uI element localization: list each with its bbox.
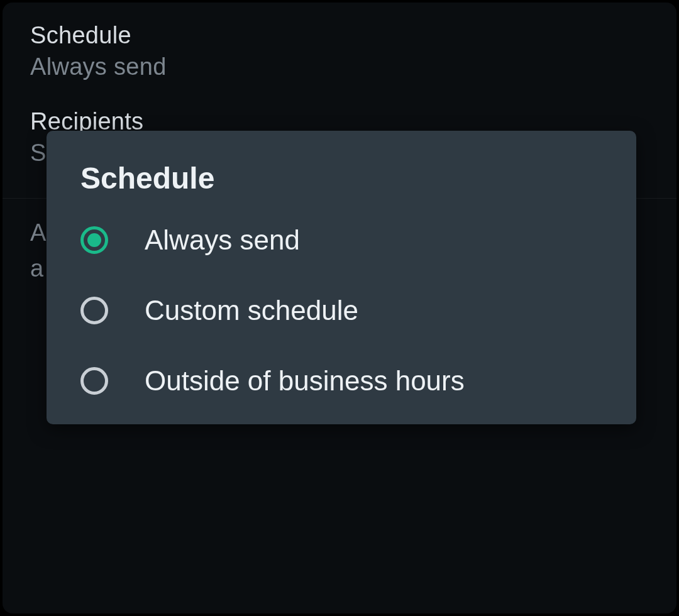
schedule-dialog: Schedule Always send Custom schedule Out… xyxy=(47,131,636,424)
schedule-value: Always send xyxy=(30,51,649,83)
dialog-title: Schedule xyxy=(80,161,602,195)
schedule-options: Always send Custom schedule Outside of b… xyxy=(80,224,602,397)
option-custom-schedule[interactable]: Custom schedule xyxy=(80,295,602,326)
radio-checked-icon xyxy=(80,226,108,254)
option-label: Always send xyxy=(145,224,300,256)
option-always-send[interactable]: Always send xyxy=(80,224,602,256)
option-label: Outside of business hours xyxy=(145,365,465,397)
option-outside-business-hours[interactable]: Outside of business hours xyxy=(80,365,602,397)
schedule-title: Schedule xyxy=(30,20,649,51)
radio-unchecked-icon xyxy=(80,297,108,324)
radio-unchecked-icon xyxy=(80,367,108,395)
option-label: Custom schedule xyxy=(145,295,358,326)
schedule-section[interactable]: Schedule Always send xyxy=(30,20,649,106)
